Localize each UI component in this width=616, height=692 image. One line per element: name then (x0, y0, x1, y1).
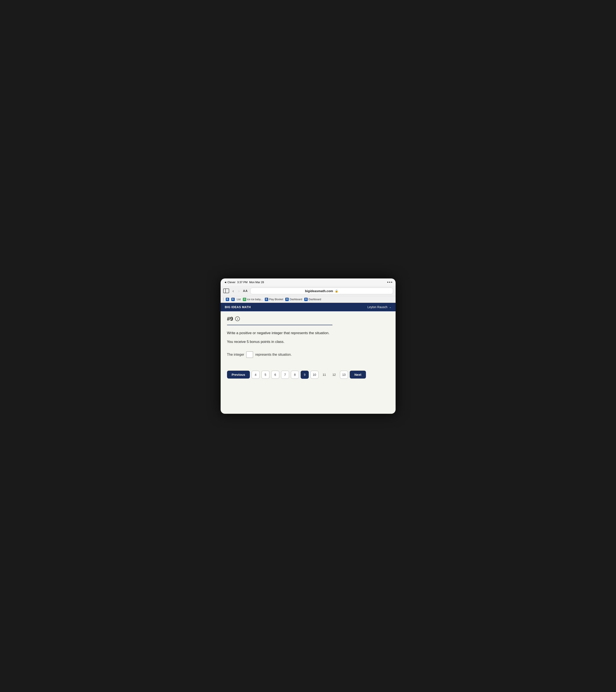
question-scenario: You receive 5 bonus points in class. (227, 339, 389, 345)
bm-b1-icon: B (226, 298, 229, 301)
bookmark-list[interactable]: List (237, 298, 241, 301)
page-12[interactable]: 12 (330, 371, 338, 379)
bm-google-icon: G (243, 298, 246, 301)
browser-chrome: ‹ › AA bigideasmath.com 🔒 B B Lis (221, 286, 396, 303)
dot3 (391, 282, 392, 283)
bookmark-blooket[interactable]: B Play Blooket (265, 298, 283, 301)
address-text: bigideasmath.com (305, 289, 333, 293)
page-5[interactable]: 5 (261, 371, 269, 379)
clever-label: ◄ Clever (224, 281, 236, 284)
page-4[interactable]: 4 (251, 371, 260, 379)
page-11[interactable]: 11 (320, 371, 328, 379)
bm-blooket-label: Play Blooket (269, 298, 283, 301)
page-6[interactable]: 6 (271, 371, 279, 379)
dot1 (387, 282, 388, 283)
bm-ice-label: ice ice baby... (247, 298, 262, 301)
page-8[interactable]: 8 (291, 371, 299, 379)
status-left: ◄ Clever 3:37 PM Mon Mar 28 (224, 281, 264, 284)
integer-prompt-after: represents the situation. (255, 353, 292, 356)
bm-dash1-label: Dashboard (289, 298, 302, 301)
dot2 (389, 282, 390, 283)
bim-header: BIG IDEAS MATH Leyton Rausch ⌄ (221, 303, 396, 311)
aa-button[interactable]: AA (243, 289, 248, 293)
next-button[interactable]: Next (350, 371, 366, 379)
sidebar-toggle[interactable] (223, 288, 229, 293)
device-frame: ◄ Clever 3:37 PM Mon Mar 28 ‹ › AA bigid… (221, 279, 396, 414)
lock-icon: 🔒 (335, 289, 338, 293)
bim-title: BIG IDEAS MATH (225, 305, 251, 309)
bm-b2-icon: B (231, 298, 235, 301)
page-9[interactable]: 9 (301, 371, 309, 379)
bm-blooket-icon: B (265, 298, 268, 301)
sidebar-left-panel (224, 289, 226, 293)
browser-toolbar: ‹ › AA bigideasmath.com 🔒 (221, 286, 396, 296)
bookmarks-bar: B B List G ice ice baby... B Play Blooke… (221, 296, 396, 303)
question-divider (227, 325, 332, 325)
question-header: #9 i (227, 316, 389, 322)
main-content: #9 i Write a positive or negative intege… (221, 311, 396, 414)
integer-prompt-before: The integer (227, 353, 244, 356)
divider1 (223, 298, 224, 301)
bookmark-b2[interactable]: B (231, 298, 235, 301)
info-icon[interactable]: i (235, 317, 240, 321)
back-button[interactable]: ‹ (232, 288, 235, 294)
page-7[interactable]: 7 (281, 371, 289, 379)
page-13[interactable]: 13 (340, 371, 348, 379)
bm-dash2-label: Dashboard (309, 298, 321, 301)
bm-dash2-icon: B (304, 298, 308, 301)
page-10[interactable]: 10 (310, 371, 318, 379)
integer-input[interactable] (246, 351, 253, 358)
time-display: 3:37 PM (237, 281, 247, 284)
status-dots (387, 282, 392, 283)
question-instructions: Write a positive or negative integer tha… (227, 330, 389, 336)
pagination-bar: Previous 4 5 6 7 8 9 10 11 12 13 Next (227, 371, 389, 379)
forward-button[interactable]: › (237, 288, 240, 294)
status-bar: ◄ Clever 3:37 PM Mon Mar 28 (221, 279, 396, 286)
question-number: #9 (227, 316, 233, 322)
bookmark-ice[interactable]: G ice ice baby... (243, 298, 262, 301)
date-display: Mon Mar 28 (249, 281, 264, 284)
previous-button[interactable]: Previous (227, 371, 250, 379)
chevron-down-icon: ⌄ (389, 306, 391, 308)
bookmark-dashboard1[interactable]: B Dashboard (285, 298, 302, 301)
bm-list-label: List (237, 298, 241, 301)
bm-dash1-icon: B (285, 298, 289, 301)
user-name: Leyton Rausch (368, 305, 387, 309)
bookmark-dashboard2[interactable]: B Dashboard (304, 298, 321, 301)
address-bar[interactable]: bigideasmath.com 🔒 (250, 288, 393, 294)
bookmark-b1[interactable]: B (226, 298, 229, 301)
user-menu[interactable]: Leyton Rausch ⌄ (368, 305, 391, 309)
integer-line: The integer represents the situation. (227, 351, 389, 358)
